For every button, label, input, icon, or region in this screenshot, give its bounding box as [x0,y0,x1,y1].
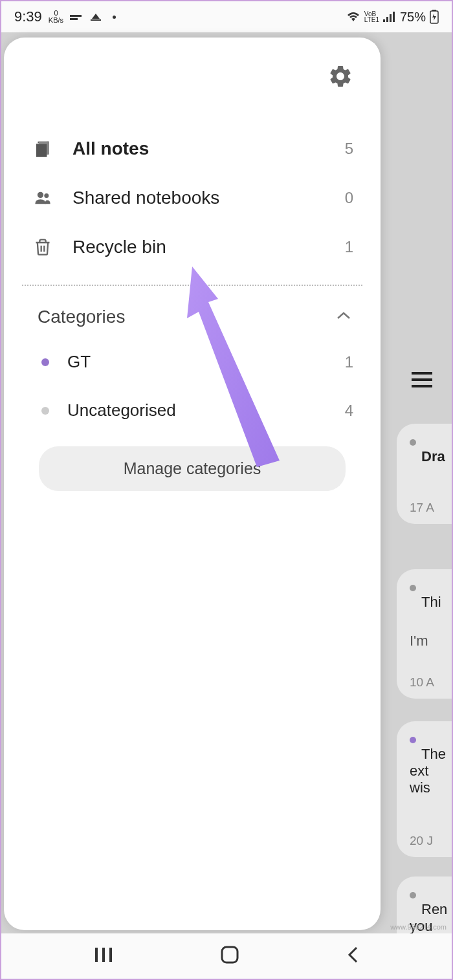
svg-rect-20 [222,947,238,963]
weather-icon [89,11,102,23]
svg-rect-19 [109,948,112,962]
svg-point-15 [38,192,43,198]
svg-rect-5 [390,14,392,22]
back-button[interactable] [346,946,359,966]
drawer-item-count: 0 [345,189,353,207]
note-card[interactable]: Thi I'm 10 A [397,569,452,699]
note-date: 10 A [410,675,434,690]
svg-rect-10 [412,378,432,381]
note-dot-icon [410,585,416,591]
status-time: 9:39 [14,8,42,25]
svg-rect-0 [70,15,82,17]
note-title: Dra [421,448,445,464]
drawer-item-shared-notebooks[interactable]: Shared notebooks 0 [22,173,362,223]
signal-icon [383,12,396,22]
note-title: Ren [421,901,447,917]
note-preview: I'm [410,633,428,649]
svg-rect-4 [386,17,388,22]
note-title: Thi [421,594,441,610]
settings-icon[interactable] [327,63,353,92]
svg-point-16 [44,193,49,198]
divider [22,285,362,286]
navigation-drawer: All notes 5 Shared notebooks 0 Recycle b… [4,38,381,930]
svg-rect-11 [412,385,432,387]
status-indicator-icon [70,12,83,21]
battery-percent: 75% [400,10,426,25]
drawer-item-recycle-bin[interactable]: Recycle bin 1 [22,223,362,272]
svg-rect-14 [47,142,49,155]
drawer-item-label: All notes [72,138,327,159]
status-bar: 9:39 0 KB/s VoBLTE1 75% [1,1,452,32]
hamburger-icon[interactable] [412,372,432,390]
chevron-up-icon [337,311,351,323]
note-date: 20 J [410,834,433,848]
manage-categories-button[interactable]: Manage categories [39,446,345,491]
note-preview: wis [410,779,430,796]
svg-rect-17 [95,948,98,962]
drawer-item-count: 5 [345,140,353,158]
people-icon [31,189,54,207]
note-card[interactable]: The ext wis 20 J [397,721,452,857]
categories-title: Categories [38,307,125,327]
drawer-item-all-notes[interactable]: All notes 5 [22,124,362,173]
home-button[interactable] [220,945,239,967]
lte-indicator: VoBLTE1 [364,11,379,23]
android-nav-bar [1,933,452,979]
note-date: 17 A [410,501,434,515]
battery-icon [430,10,439,24]
svg-rect-18 [102,948,105,962]
note-card[interactable]: Dra 17 A [397,424,452,524]
category-item-uncategorised[interactable]: Uncategorised 4 [22,386,362,435]
watermark: www.989214.com [390,923,447,931]
trash-icon [31,237,54,257]
svg-rect-6 [393,12,395,22]
note-title: The [421,746,446,762]
notes-icon [31,139,54,158]
svg-rect-12 [36,144,47,157]
svg-rect-1 [70,18,78,20]
category-bullet-icon [41,407,49,415]
category-label: GT [67,352,327,372]
category-bullet-icon [41,358,49,366]
svg-rect-3 [383,19,385,22]
recents-button[interactable] [94,946,113,966]
dot-indicator-icon [113,16,116,19]
note-dot-icon [410,892,416,898]
svg-rect-2 [91,19,101,21]
wifi-icon [346,11,360,23]
categories-header[interactable]: Categories [22,294,362,338]
svg-rect-9 [412,372,432,375]
note-dot-icon [410,737,416,743]
category-count: 4 [345,402,353,420]
category-label: Uncategorised [67,400,327,420]
category-count: 1 [345,353,353,371]
note-dot-icon [410,439,416,446]
note-preview: ext [410,763,428,779]
drawer-item-count: 1 [345,238,353,256]
category-item-gt[interactable]: GT 1 [22,338,362,386]
data-speed-indicator: 0 KB/s [49,10,63,24]
drawer-item-label: Recycle bin [72,237,327,257]
drawer-item-label: Shared notebooks [72,188,327,208]
